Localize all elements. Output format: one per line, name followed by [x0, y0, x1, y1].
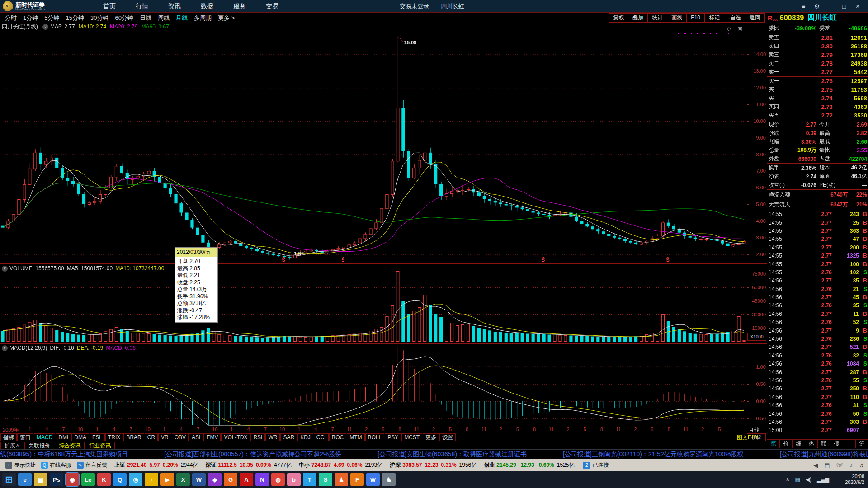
stock-app-icon[interactable]: K: [97, 473, 111, 486]
pdf-reader-icon[interactable]: A: [240, 473, 253, 486]
netdisk-icon[interactable]: N: [255, 473, 269, 486]
current-stock-label[interactable]: 四川长虹: [441, 2, 464, 10]
tool-button-画线[interactable]: 画线: [667, 13, 687, 23]
news-item[interactable]: 线(603895)：中标6168万元上汽集团采购项目: [0, 450, 128, 459]
login-status[interactable]: 交易未登录: [400, 2, 429, 10]
phone-icon[interactable]: ☏: [836, 462, 843, 469]
indicator-tab-OBV[interactable]: OBV: [172, 433, 189, 441]
indicator-tab-PSY[interactable]: PSY: [385, 433, 401, 441]
indicator-tab-MCST[interactable]: MCST: [401, 433, 422, 441]
video-player-icon[interactable]: ▶: [160, 473, 174, 486]
period-button-周线[interactable]: 周线: [155, 14, 173, 22]
indicator-tab-EMV[interactable]: EMV: [203, 433, 221, 441]
bilibili-icon[interactable]: b: [287, 473, 301, 486]
tick-list[interactable]: 14:552.77243B14:552.7725B14:552.77363B14…: [767, 210, 868, 435]
quick-launch-button[interactable]: +显示快捷: [5, 461, 36, 469]
indicator-tab-FSL[interactable]: FSL: [90, 433, 105, 441]
file-explorer-icon[interactable]: ▤: [34, 473, 47, 486]
ask-row[interactable]: 卖四2.8026188: [767, 42, 868, 51]
menu-item-资讯[interactable]: 资讯: [158, 2, 191, 10]
display-icon[interactable]: ▦: [795, 476, 800, 483]
firefox-icon[interactable]: F: [350, 473, 364, 486]
menu-item-交易[interactable]: 交易: [256, 2, 288, 10]
tool-button-返回[interactable]: 返回: [745, 13, 765, 23]
indicator-tab-设置[interactable]: 设置: [439, 433, 456, 441]
volume-icon[interactable]: ◀: [813, 462, 818, 469]
period-button-60分钟[interactable]: 60分钟: [112, 14, 136, 22]
restore-icon[interactable]: □: [837, 3, 851, 10]
indicator-tab-DMI[interactable]: DMI: [56, 433, 71, 441]
bell-icon[interactable]: ♫: [859, 462, 863, 469]
gamepad-icon[interactable]: ♟: [335, 473, 348, 486]
wps-icon[interactable]: W: [366, 473, 380, 486]
indicator-tab-VOL-TDX[interactable]: VOL-TDX: [221, 433, 250, 441]
tool-button-标记[interactable]: 标记: [704, 13, 724, 23]
tim-icon[interactable]: T: [303, 473, 316, 486]
news-ticker[interactable]: 线(603895)：中标6168万元上汽集团采购项目[公司报道]西部创业(000…: [0, 449, 868, 460]
indicator-tab-WR[interactable]: WR: [265, 433, 280, 441]
bid-row[interactable]: 买三2.745698: [767, 94, 868, 103]
quote-tab-联[interactable]: 联: [817, 439, 830, 448]
close-icon[interactable]: ×: [851, 3, 864, 10]
extension-tab-关联报价[interactable]: 关联报价: [24, 442, 54, 449]
period-button-15分钟[interactable]: 15分钟: [62, 14, 87, 22]
tool-button-叠加[interactable]: 叠加: [628, 13, 648, 23]
menu-item-数据[interactable]: 数据: [191, 2, 223, 10]
alert-icon[interactable]: ♪: [850, 462, 853, 469]
browser-icon[interactable]: ◎: [129, 473, 142, 486]
security-icon[interactable]: ♞: [382, 473, 396, 486]
menu-item-服务[interactable]: 服务: [223, 2, 256, 10]
collapse-chevron-icon[interactable]: ∨: [42, 24, 48, 30]
quote-tab-债[interactable]: 债: [830, 439, 843, 448]
indicator-tab-CCI[interactable]: CCI: [314, 433, 329, 441]
period-button-月线[interactable]: 月线: [173, 14, 191, 22]
news-item[interactable]: [公司报道]三钢闽光(002110)：21.52亿元收购罗源闽光100%股权: [563, 450, 744, 459]
quote-tab-主[interactable]: 主: [843, 439, 856, 448]
extension-tab-行业资讯[interactable]: 行业资讯: [85, 442, 115, 449]
word-icon[interactable]: W: [192, 473, 206, 486]
quote-tab-筹[interactable]: 筹: [855, 439, 868, 448]
news-item[interactable]: [公司报道]安图生物(603658)：取得医疗器械注册证书: [377, 450, 527, 459]
bid-row[interactable]: 买四2.734363: [767, 103, 868, 111]
quote-tab-细[interactable]: 细: [792, 439, 805, 448]
collapse-chevron-icon[interactable]: ∨: [2, 266, 8, 272]
cleaner-icon[interactable]: S: [319, 473, 332, 486]
period-button-日线[interactable]: 日线: [137, 14, 155, 22]
letv-icon[interactable]: Le: [81, 473, 95, 486]
bid-row[interactable]: 买五2.723530: [767, 111, 868, 120]
internet-explorer-icon[interactable]: e: [18, 473, 32, 486]
chart-corner-tools[interactable]: ◇ ▣: [727, 26, 745, 32]
indicator-tab-TRIX[interactable]: TRIX: [105, 433, 123, 441]
ask-row[interactable]: 卖三2.7917368: [767, 51, 868, 59]
period-button-5分钟[interactable]: 5分钟: [41, 14, 62, 22]
ask-row[interactable]: 卖五2.8112691: [767, 33, 868, 42]
period-button-分时[interactable]: 分时: [2, 14, 20, 22]
network-icon[interactable]: ▂▄▆: [817, 476, 829, 483]
feedback-button[interactable]: ✎留言反馈: [77, 461, 107, 469]
indicator-tab-窗口[interactable]: 窗口: [17, 433, 33, 441]
indicator-tab-KDJ[interactable]: KDJ: [297, 433, 313, 441]
photoshop-icon[interactable]: Ps: [50, 473, 63, 486]
indicator-tab-更多[interactable]: 更多: [423, 433, 439, 441]
period-button-1分钟[interactable]: 1分钟: [20, 14, 41, 22]
tray-expand-icon[interactable]: ∧: [786, 476, 790, 483]
kline-chart-canvas[interactable]: [0, 23, 747, 427]
extension-tab-综合资讯[interactable]: 综合资讯: [55, 442, 85, 449]
indicator-tab-MACD[interactable]: MACD: [34, 433, 55, 441]
tool-button-F10[interactable]: F10: [686, 13, 705, 23]
quote-tab-笔[interactable]: 笔: [767, 439, 780, 448]
indicator-tab-MTM[interactable]: MTM: [347, 433, 364, 441]
period-button-更多 >[interactable]: 更多 >: [215, 14, 238, 22]
indicator-tab-BRAR[interactable]: BRAR: [123, 433, 144, 441]
bid-row[interactable]: 买一2.7612597: [767, 77, 868, 85]
ask-row[interactable]: 卖一2.775442: [767, 68, 868, 76]
news-item[interactable]: [公司报道]西部创业(000557)：信达资产拟减持公司不超2%股份: [164, 450, 341, 459]
indicator-tab-CR[interactable]: CR: [145, 433, 158, 441]
ask-row[interactable]: 卖二2.7824938: [767, 59, 868, 68]
indicator-tab-SAR[interactable]: SAR: [280, 433, 297, 441]
menu-item-首页[interactable]: 首页: [93, 2, 126, 10]
settings-gear-icon[interactable]: ⚙: [810, 3, 824, 10]
menu-item-行情[interactable]: 行情: [126, 2, 158, 10]
period-button-30分钟[interactable]: 30分钟: [87, 14, 112, 22]
tool-button-复权[interactable]: 复权: [609, 13, 628, 23]
